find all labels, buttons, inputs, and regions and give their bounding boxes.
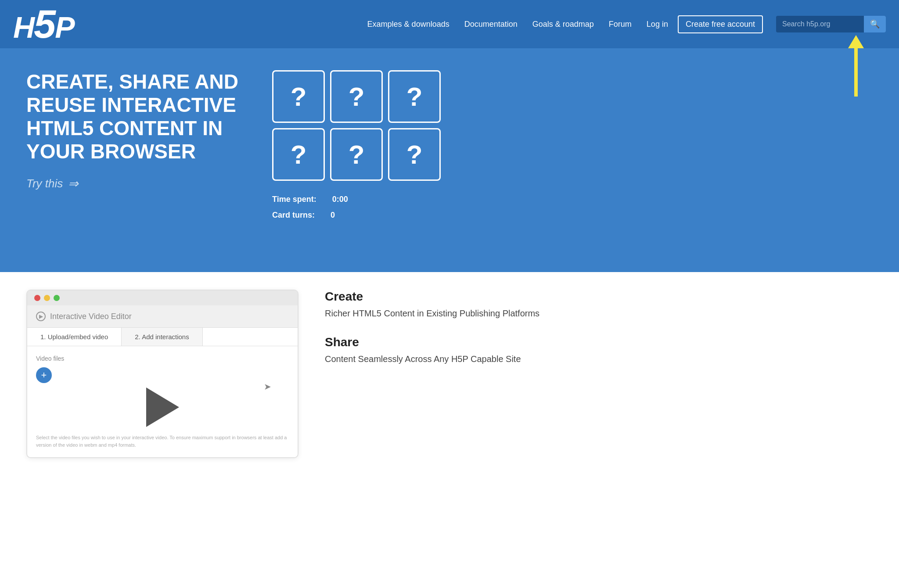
- browser-bar: [27, 290, 298, 305]
- time-spent-row: Time spent: 0:00: [272, 191, 357, 207]
- main-nav: Examples & downloads Documentation Goals…: [362, 15, 886, 33]
- time-label: Time spent:: [272, 191, 316, 207]
- editor-body: Video files + ➤ Select the video files y…: [27, 346, 298, 457]
- try-this: Try this ⇒: [26, 176, 255, 191]
- feature-share-title: Share: [325, 335, 873, 349]
- card-6[interactable]: ?: [388, 128, 441, 181]
- nav-examples[interactable]: Examples & downloads: [362, 17, 455, 32]
- bottom-right: Create Richer HTML5 Content in Existing …: [325, 290, 873, 381]
- search-input[interactable]: [776, 17, 864, 32]
- card-3[interactable]: ?: [388, 70, 441, 123]
- card-turns-row: Card turns: 0: [272, 207, 357, 223]
- search-bar: 🔍: [776, 16, 886, 32]
- hero-title: CREATE, SHARE AND REUSE INTERACTIVE HTML…: [26, 70, 255, 163]
- hero-section: CREATE, SHARE AND REUSE INTERACTIVE HTML…: [0, 48, 899, 272]
- search-button[interactable]: 🔍: [864, 16, 886, 32]
- header: H5P Examples & downloads Documentation G…: [0, 0, 899, 48]
- bottom-section: ▶ Interactive Video Editor 1. Upload/emb…: [0, 272, 899, 476]
- create-account-button[interactable]: Create free account: [678, 15, 763, 33]
- turns-label: Card turns:: [272, 207, 315, 223]
- tab-upload[interactable]: 1. Upload/embed video: [27, 328, 122, 346]
- play-circle-icon: ▶: [36, 312, 46, 321]
- yellow-arrow: [848, 35, 864, 97]
- nav-login[interactable]: Log in: [641, 17, 673, 32]
- video-files-label: Video files: [36, 355, 289, 362]
- maximize-dot: [54, 295, 60, 301]
- editor-header: ▶ Interactive Video Editor: [27, 305, 298, 328]
- feature-create-text: Richer HTML5 Content in Existing Publish…: [325, 307, 873, 319]
- minimize-dot: [44, 295, 50, 301]
- try-arrow-icon: ⇒: [68, 176, 78, 191]
- time-value: 0:00: [332, 191, 348, 207]
- feature-share-text: Content Seamlessly Across Any H5P Capabl…: [325, 353, 873, 365]
- card-stats: Time spent: 0:00 Card turns: 0: [272, 191, 357, 223]
- browser-content: ▶ Interactive Video Editor 1. Upload/emb…: [27, 305, 298, 457]
- feature-create: Create Richer HTML5 Content in Existing …: [325, 290, 873, 319]
- turns-value: 0: [331, 207, 335, 223]
- arrow-head-icon: [848, 35, 864, 48]
- nav-documentation[interactable]: Documentation: [459, 17, 523, 32]
- feature-share: Share Content Seamlessly Across Any H5P …: [325, 335, 873, 365]
- editor-title: Interactive Video Editor: [50, 312, 132, 321]
- feature-create-title: Create: [325, 290, 873, 304]
- editor-tabs: 1. Upload/embed video 2. Add interaction…: [27, 328, 298, 346]
- card-2[interactable]: ?: [330, 70, 383, 123]
- hero-right: ? ? ? ? ? ? Time spent: 0:00 Card turns:…: [255, 70, 873, 223]
- editor-small-text: Select the video files you wish to use i…: [36, 434, 289, 448]
- close-dot: [34, 295, 40, 301]
- play-button-icon[interactable]: [146, 387, 179, 427]
- nav-forum[interactable]: Forum: [604, 17, 637, 32]
- nav-goals[interactable]: Goals & roadmap: [527, 17, 599, 32]
- play-area: [36, 387, 289, 427]
- cursor-icon: ➤: [264, 381, 271, 392]
- browser-mockup: ▶ Interactive Video Editor 1. Upload/emb…: [26, 290, 298, 458]
- add-video-button[interactable]: +: [36, 367, 52, 383]
- card-5[interactable]: ?: [330, 128, 383, 181]
- card-4[interactable]: ?: [272, 128, 325, 181]
- tab-interactions[interactable]: 2. Add interactions: [122, 328, 202, 346]
- logo: H5P: [13, 4, 74, 44]
- hero-left: CREATE, SHARE AND REUSE INTERACTIVE HTML…: [26, 70, 255, 191]
- card-grid: ? ? ? ? ? ?: [272, 70, 441, 181]
- card-1[interactable]: ?: [272, 70, 325, 123]
- arrow-line: [854, 48, 858, 97]
